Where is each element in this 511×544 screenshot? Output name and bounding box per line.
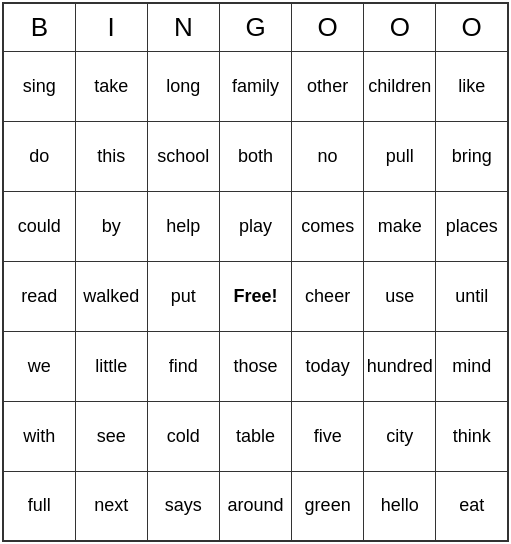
bingo-cell-r6-c6: eat: [436, 471, 508, 541]
table-row: singtakelongfamilyotherchildrenlike: [3, 51, 508, 121]
bingo-header-B: B: [3, 3, 75, 51]
bingo-cell-r4-c5: hundred: [364, 331, 436, 401]
bingo-cell-r0-c1: take: [75, 51, 147, 121]
bingo-cell-r3-c1: walked: [75, 261, 147, 331]
table-row: readwalkedputFree!cheeruseuntil: [3, 261, 508, 331]
bingo-cell-r5-c3: table: [219, 401, 291, 471]
bingo-header-O: O: [436, 3, 508, 51]
bingo-cell-r2-c4: comes: [292, 191, 364, 261]
table-row: couldbyhelpplaycomesmakeplaces: [3, 191, 508, 261]
bingo-cell-r1-c0: do: [3, 121, 75, 191]
bingo-header-G: G: [219, 3, 291, 51]
bingo-cell-r0-c0: sing: [3, 51, 75, 121]
bingo-cell-r3-c4: cheer: [292, 261, 364, 331]
bingo-cell-r0-c3: family: [219, 51, 291, 121]
bingo-cell-r1-c1: this: [75, 121, 147, 191]
bingo-cell-r1-c2: school: [147, 121, 219, 191]
bingo-cell-r5-c5: city: [364, 401, 436, 471]
bingo-header-I: I: [75, 3, 147, 51]
bingo-cell-r1-c3: both: [219, 121, 291, 191]
bingo-cell-r4-c2: find: [147, 331, 219, 401]
bingo-cell-r6-c3: around: [219, 471, 291, 541]
bingo-cell-r4-c3: those: [219, 331, 291, 401]
bingo-header-O: O: [364, 3, 436, 51]
bingo-cell-r3-c0: read: [3, 261, 75, 331]
bingo-cell-r1-c6: bring: [436, 121, 508, 191]
bingo-cell-r0-c2: long: [147, 51, 219, 121]
bingo-cell-r2-c5: make: [364, 191, 436, 261]
bingo-cell-r6-c4: green: [292, 471, 364, 541]
table-row: fullnextsaysaroundgreenhelloeat: [3, 471, 508, 541]
bingo-cell-r4-c0: we: [3, 331, 75, 401]
table-row: dothisschoolbothnopullbring: [3, 121, 508, 191]
bingo-cell-r4-c1: little: [75, 331, 147, 401]
bingo-cell-r0-c6: like: [436, 51, 508, 121]
bingo-cell-r5-c1: see: [75, 401, 147, 471]
bingo-cell-r6-c0: full: [3, 471, 75, 541]
bingo-cell-r3-c3: Free!: [219, 261, 291, 331]
bingo-cell-r0-c5: children: [364, 51, 436, 121]
bingo-cell-r1-c4: no: [292, 121, 364, 191]
bingo-cell-r2-c1: by: [75, 191, 147, 261]
bingo-cell-r4-c4: today: [292, 331, 364, 401]
bingo-cell-r0-c4: other: [292, 51, 364, 121]
bingo-cell-r5-c2: cold: [147, 401, 219, 471]
bingo-header-O: O: [292, 3, 364, 51]
bingo-header-N: N: [147, 3, 219, 51]
bingo-cell-r4-c6: mind: [436, 331, 508, 401]
bingo-cell-r6-c1: next: [75, 471, 147, 541]
bingo-cell-r2-c0: could: [3, 191, 75, 261]
bingo-cell-r3-c5: use: [364, 261, 436, 331]
bingo-cell-r3-c6: until: [436, 261, 508, 331]
bingo-cell-r2-c6: places: [436, 191, 508, 261]
bingo-cell-r5-c6: think: [436, 401, 508, 471]
bingo-cell-r5-c0: with: [3, 401, 75, 471]
table-row: welittlefindthosetodayhundredmind: [3, 331, 508, 401]
bingo-cell-r6-c2: says: [147, 471, 219, 541]
bingo-cell-r3-c2: put: [147, 261, 219, 331]
table-row: withseecoldtablefivecitythink: [3, 401, 508, 471]
bingo-cell-r5-c4: five: [292, 401, 364, 471]
bingo-cell-r2-c3: play: [219, 191, 291, 261]
bingo-cell-r1-c5: pull: [364, 121, 436, 191]
bingo-card: BINGOOO singtakelongfamilyotherchildrenl…: [2, 2, 509, 542]
bingo-cell-r6-c5: hello: [364, 471, 436, 541]
bingo-cell-r2-c2: help: [147, 191, 219, 261]
